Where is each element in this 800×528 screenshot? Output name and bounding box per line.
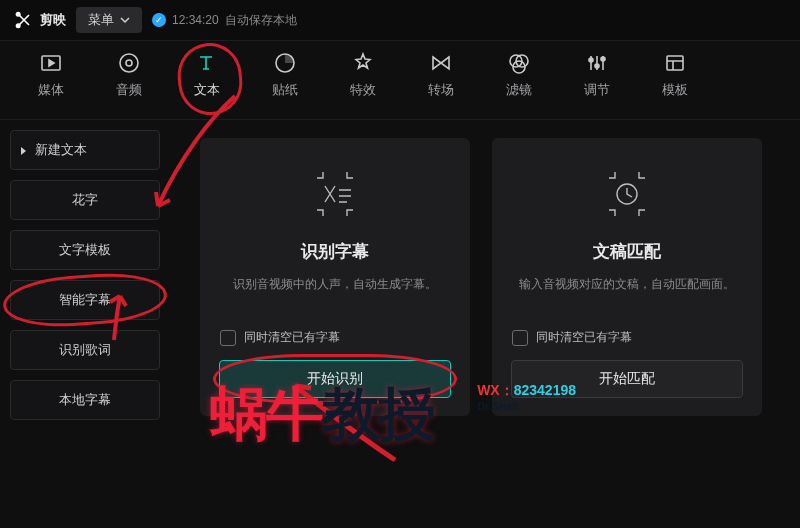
sidebar-item-label: 文字模板 <box>59 241 111 259</box>
card-script-match: 文稿匹配 输入音视频对应的文稿，自动匹配画面。 同时清空已有字幕 开始匹配 <box>492 138 762 416</box>
button-label: 开始匹配 <box>599 370 655 388</box>
svg-point-1 <box>16 23 21 28</box>
menu-button[interactable]: 菜单 <box>76 7 142 33</box>
svg-point-10 <box>595 64 599 68</box>
app-logo: 剪映 <box>14 10 66 30</box>
sidebar-item-lyrics[interactable]: 识别歌词 <box>10 330 160 370</box>
sticker-icon <box>271 49 299 77</box>
svg-point-3 <box>120 54 138 72</box>
tab-label: 转场 <box>428 81 454 99</box>
tab-label: 特效 <box>350 81 376 99</box>
svg-rect-12 <box>667 56 683 70</box>
chevron-down-icon <box>120 16 130 24</box>
card-title: 识别字幕 <box>301 240 369 263</box>
card-title: 文稿匹配 <box>593 240 661 263</box>
sidebar-item-local-subtitle[interactable]: 本地字幕 <box>10 380 160 420</box>
clear-existing-checkbox[interactable]: 同时清空已有字幕 <box>512 329 742 346</box>
sidebar-item-label: 花字 <box>72 191 98 209</box>
sidebar-item-fancy-text[interactable]: 花字 <box>10 180 160 220</box>
button-label: 开始识别 <box>307 370 363 388</box>
template-icon <box>661 49 689 77</box>
tab-sticker[interactable]: 贴纸 <box>246 49 324 99</box>
sidebar-item-label: 新建文本 <box>35 141 87 159</box>
tab-template[interactable]: 模板 <box>636 49 714 99</box>
clear-existing-checkbox[interactable]: 同时清空已有字幕 <box>220 329 450 346</box>
checkbox-icon <box>220 330 236 346</box>
scissors-icon <box>14 10 34 30</box>
sidebar-item-label: 智能字幕 <box>59 291 111 309</box>
card-recognize-subtitle: 识别字幕 识别音视频中的人声，自动生成字幕。 同时清空已有字幕 开始识别 <box>200 138 470 416</box>
sidebar-item-text-template[interactable]: 文字模板 <box>10 230 160 270</box>
tab-label: 音频 <box>116 81 142 99</box>
menu-label: 菜单 <box>88 11 114 29</box>
main-tabbar: 媒体 音频 文本 贴纸 特效 转场 滤镜 调节 模板 <box>0 40 800 120</box>
sidebar-item-label: 本地字幕 <box>59 391 111 409</box>
text-sidebar: 新建文本 花字 文字模板 智能字幕 识别歌词 本地字幕 <box>0 120 170 528</box>
tab-adjust[interactable]: 调节 <box>558 49 636 99</box>
audio-icon <box>115 49 143 77</box>
tab-label: 滤镜 <box>506 81 532 99</box>
tab-text[interactable]: 文本 <box>168 49 246 99</box>
script-match-icon <box>597 164 657 224</box>
autosave-text: 自动保存本地 <box>225 12 297 29</box>
content-pane: 识别字幕 识别音视频中的人声，自动生成字幕。 同时清空已有字幕 开始识别 文稿匹… <box>170 120 800 528</box>
sidebar-item-smart-subtitle[interactable]: 智能字幕 <box>10 280 160 320</box>
start-recognize-button[interactable]: 开始识别 <box>219 360 451 398</box>
card-desc: 识别音视频中的人声，自动生成字幕。 <box>233 275 437 313</box>
filter-icon <box>505 49 533 77</box>
media-icon <box>37 49 65 77</box>
titlebar: 剪映 菜单 12:34:20 自动保存本地 <box>0 0 800 40</box>
tab-audio[interactable]: 音频 <box>90 49 168 99</box>
checkbox-label: 同时清空已有字幕 <box>244 329 340 346</box>
auto-subtitle-icon <box>305 164 365 224</box>
svg-point-0 <box>16 12 21 17</box>
tab-transition[interactable]: 转场 <box>402 49 480 99</box>
transition-icon <box>427 49 455 77</box>
app-name: 剪映 <box>40 11 66 29</box>
card-desc: 输入音视频对应的文稿，自动匹配画面。 <box>519 275 735 313</box>
check-icon <box>152 13 166 27</box>
sidebar-item-label: 识别歌词 <box>59 341 111 359</box>
checkbox-icon <box>512 330 528 346</box>
tab-label: 调节 <box>584 81 610 99</box>
tab-filter[interactable]: 滤镜 <box>480 49 558 99</box>
checkbox-label: 同时清空已有字幕 <box>536 329 632 346</box>
tab-media[interactable]: 媒体 <box>12 49 90 99</box>
effect-icon <box>349 49 377 77</box>
svg-point-9 <box>589 58 593 62</box>
tab-label: 模板 <box>662 81 688 99</box>
tab-label: 媒体 <box>38 81 64 99</box>
start-match-button[interactable]: 开始匹配 <box>511 360 743 398</box>
tab-effect[interactable]: 特效 <box>324 49 402 99</box>
svg-point-4 <box>126 60 132 66</box>
workspace: 新建文本 花字 文字模板 智能字幕 识别歌词 本地字幕 识别字幕 识别音视频中的… <box>0 120 800 528</box>
autosave-time: 12:34:20 <box>172 13 219 27</box>
autosave-status: 12:34:20 自动保存本地 <box>152 12 297 29</box>
tab-label: 贴纸 <box>272 81 298 99</box>
sidebar-item-new-text[interactable]: 新建文本 <box>10 130 160 170</box>
svg-point-11 <box>601 57 605 61</box>
text-icon <box>193 49 221 77</box>
tab-label: 文本 <box>194 81 220 99</box>
adjust-icon <box>583 49 611 77</box>
